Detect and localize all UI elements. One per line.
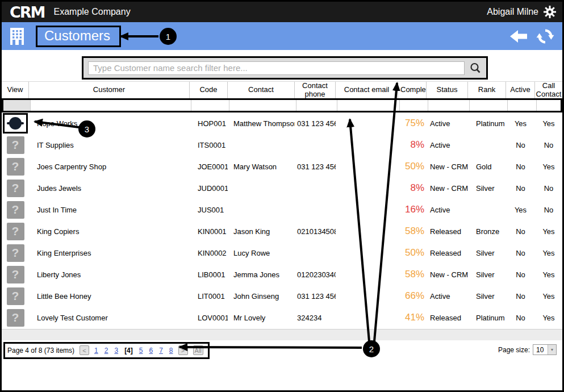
cell-customer: IT Supplies (29, 141, 190, 149)
filter-cell-status[interactable] (428, 100, 470, 111)
cell-rank: Silver (468, 270, 506, 279)
cell-complete: 16% (398, 204, 427, 215)
cell-view: ? (2, 266, 29, 283)
page-title: Customers (36, 26, 121, 47)
cell-rank: Silver (468, 292, 506, 301)
cell-phone: 0120230340 (295, 270, 336, 279)
cell-active: No (506, 141, 535, 149)
search-input[interactable] (88, 61, 465, 75)
cell-contact: Jason King (228, 227, 295, 236)
cell-view (2, 113, 29, 134)
cell-code: LIT0001 (190, 292, 228, 301)
grid-header-row: ViewCustomerCodeContactContact phoneCont… (2, 81, 562, 98)
view-customer-icon[interactable]: ? (7, 266, 24, 283)
cell-complete: 8% (398, 139, 427, 151)
cell-active: No (506, 314, 535, 322)
view-customer-icon[interactable]: ? (7, 244, 24, 262)
column-header-status[interactable]: Status (427, 82, 468, 98)
cell-call: No (535, 206, 562, 214)
view-customer-icon[interactable]: ? (7, 158, 24, 176)
cell-status: Released (427, 314, 468, 322)
pager-next-button[interactable]: > (178, 345, 188, 355)
column-header-phone[interactable]: Contact phone (295, 82, 336, 98)
cell-view: ? (2, 287, 29, 305)
cell-status: Active (427, 206, 468, 214)
view-customer-icon[interactable]: ? (7, 180, 24, 197)
cell-contact: Lucy Rowe (228, 249, 295, 257)
column-header-email[interactable]: Contact email (336, 82, 398, 98)
cell-rank: Platinum (468, 314, 506, 322)
cell-active: Yes (506, 206, 535, 214)
page-size-select[interactable]: 10 ▼ (533, 344, 557, 355)
pager-prev-button[interactable]: < (80, 345, 89, 355)
cell-code: KIN0001 (190, 227, 228, 236)
filter-cell-phone[interactable] (296, 100, 337, 111)
cell-active: No (506, 249, 535, 257)
view-customer-icon[interactable]: ? (7, 287, 24, 305)
filter-cell-call[interactable] (537, 100, 561, 111)
pager-page-link[interactable]: 5 (139, 347, 143, 355)
column-header-complete[interactable]: Complete (398, 82, 427, 98)
pager-page-link[interactable]: 8 (169, 347, 173, 355)
filter-cell-code[interactable] (191, 100, 229, 111)
pager-all-button[interactable]: All (193, 345, 203, 355)
filter-cell-active[interactable] (508, 100, 537, 111)
column-header-code[interactable]: Code (190, 82, 228, 98)
cell-status: Released (427, 227, 468, 236)
column-header-view[interactable]: View (2, 82, 29, 98)
search-icon[interactable] (468, 61, 483, 76)
pager-page-link[interactable]: 7 (159, 347, 163, 355)
pager-page-link[interactable]: 6 (149, 347, 153, 355)
settings-gear-icon[interactable] (543, 5, 557, 19)
column-header-call[interactable]: Call Contact (535, 82, 562, 98)
table-row: Hope WorksHOP001Matthew Thompson031 123 … (2, 112, 562, 134)
column-header-active[interactable]: Active (506, 82, 535, 98)
view-customer-icon[interactable]: ? (7, 136, 24, 154)
table-row: ?King CopiersKIN0001Jason King0210134508… (2, 220, 562, 242)
pager-page-link[interactable]: 3 (114, 347, 118, 355)
cell-code: JOE0001 (190, 162, 228, 171)
chevron-down-icon[interactable]: ▼ (548, 345, 556, 355)
view-customer-icon[interactable]: ? (7, 201, 24, 219)
crm-logo: CRM (10, 5, 44, 20)
cell-complete: 41% (398, 312, 427, 323)
filter-cell-email[interactable] (337, 100, 400, 111)
back-arrow-icon[interactable] (509, 28, 528, 45)
column-header-rank[interactable]: Rank (468, 82, 506, 98)
filter-cell-customer[interactable] (31, 100, 191, 111)
cell-call: Yes (535, 227, 562, 236)
cell-phone: 0210134508 (295, 227, 336, 236)
pager-page-link[interactable]: 1 (94, 347, 98, 355)
cell-contact: John Ginseng (228, 292, 295, 301)
view-customer-icon[interactable]: ? (7, 223, 24, 240)
cell-customer: Liberty Jones (29, 270, 190, 279)
view-customer-icon[interactable] (3, 113, 28, 134)
cell-customer: Judes Jewels (29, 184, 190, 193)
cell-customer: Joes Carpentry Shop (29, 162, 190, 171)
cell-customer: King Copiers (29, 227, 190, 236)
cell-rank: Platinum (468, 119, 506, 128)
pager-page-link[interactable]: 2 (105, 347, 108, 355)
cell-rank: Bronze (468, 227, 506, 236)
cell-contact: Mr Lovely (228, 314, 295, 322)
cell-active: Yes (506, 119, 535, 128)
table-row: ?King EnterprisesKIN0002Lucy Rowe50%Rele… (2, 242, 562, 264)
filter-cell-contact[interactable] (229, 100, 296, 111)
view-customer-icon[interactable]: ? (7, 309, 24, 327)
column-header-contact[interactable]: Contact (228, 82, 295, 98)
cell-customer: King Enterprises (29, 249, 190, 257)
cell-code: JUD0001 (190, 184, 228, 193)
filter-cell-rank[interactable] (470, 100, 508, 111)
cell-call: Yes (535, 119, 562, 128)
cell-code: KIN0002 (190, 249, 228, 257)
cell-phone: 324234 (295, 314, 336, 322)
cell-customer: Just In Time (29, 206, 190, 214)
filter-cell-complete[interactable] (400, 100, 428, 111)
cell-call: No (535, 184, 562, 193)
refresh-icon[interactable] (536, 28, 555, 45)
table-row: ?Joes Carpentry ShopJOE0001Mary Watson03… (2, 156, 562, 177)
building-icon[interactable] (9, 27, 26, 45)
grid-filter-row (2, 98, 562, 112)
pager-page-current: [4] (124, 347, 133, 355)
column-header-customer[interactable]: Customer (29, 82, 190, 98)
